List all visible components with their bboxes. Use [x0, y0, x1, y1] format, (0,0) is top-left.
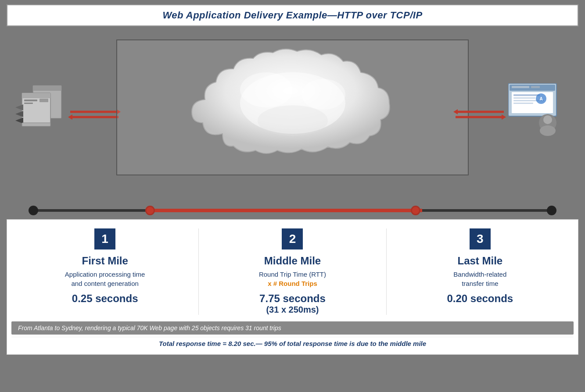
svg-point-18 — [258, 105, 328, 136]
svg-rect-4 — [24, 100, 37, 101]
svg-rect-1 — [33, 86, 61, 91]
svg-rect-6 — [39, 99, 48, 102]
last-mile-title: Last Mile — [393, 255, 567, 267]
svg-point-16 — [240, 72, 293, 107]
svg-rect-31 — [513, 103, 533, 104]
title-bar: Web Application Delivery Example—HTTP ov… — [7, 4, 578, 26]
svg-rect-29 — [513, 97, 535, 99]
three-cols: 1 First Mile Application processing time… — [11, 228, 574, 315]
svg-rect-3 — [22, 93, 50, 98]
svg-point-35 — [543, 115, 552, 124]
timeline-dot-right — [547, 206, 556, 215]
info-section: 1 First Mile Application processing time… — [7, 219, 578, 355]
svg-rect-10 — [22, 123, 50, 126]
svg-text:A: A — [539, 96, 542, 101]
cloud-svg — [179, 46, 407, 169]
svg-marker-8 — [15, 111, 23, 117]
svg-rect-5 — [24, 103, 33, 104]
client-icon: A — [508, 83, 565, 145]
last-mile-subtitle: Bandwidth-related transfer time — [393, 270, 567, 288]
svg-marker-22 — [502, 114, 506, 120]
svg-marker-20 — [453, 109, 458, 114]
svg-point-17 — [301, 79, 345, 110]
middle-mile-col: 2 Middle Mile Round Trip Time (RTT) x # … — [199, 228, 386, 315]
first-mile-badge: 1 — [94, 228, 115, 249]
total-bar: Total response time = 8.20 sec.— 95% of … — [11, 337, 574, 350]
svg-rect-25 — [512, 86, 529, 88]
middle-mile-badge: 2 — [282, 228, 303, 249]
middle-mile-value: 7.75 seconds — [205, 292, 379, 305]
timeline-dot-first-mile — [145, 206, 155, 215]
timeline — [7, 202, 578, 219]
left-arrow — [68, 107, 121, 121]
cloud-container — [116, 39, 469, 175]
svg-rect-28 — [513, 94, 540, 96]
svg-marker-14 — [68, 114, 72, 120]
middle-mile-title: Middle Mile — [205, 255, 379, 267]
right-arrow — [453, 107, 506, 121]
svg-point-36 — [540, 125, 556, 136]
first-mile-subtitle: Application processing time and content … — [18, 270, 192, 288]
svg-marker-7 — [15, 104, 23, 110]
svg-rect-26 — [531, 86, 540, 88]
page-title: Web Application Delivery Example—HTTP ov… — [162, 10, 422, 21]
timeline-dot-left — [29, 206, 38, 215]
diagram-area: A — [7, 26, 578, 202]
server-icon — [15, 83, 68, 145]
first-mile-col: 1 First Mile Application processing time… — [11, 228, 198, 305]
first-mile-value: 0.25 seconds — [18, 292, 192, 305]
timeline-red-segment — [147, 209, 422, 212]
last-mile-col: 3 Last Mile Bandwidth-related transfer t… — [387, 228, 574, 305]
last-mile-badge: 3 — [470, 228, 491, 249]
last-mile-value: 0.20 seconds — [393, 292, 567, 305]
middle-mile-subtitle: Round Trip Time (RTT) x # Round Trips — [205, 270, 379, 288]
note-bar: From Atlanta to Sydney, rendering a typi… — [11, 321, 574, 335]
first-mile-title: First Mile — [18, 255, 192, 267]
middle-mile-value-sub: (31 x 250ms) — [205, 305, 379, 315]
timeline-dot-last-mile — [411, 206, 420, 215]
